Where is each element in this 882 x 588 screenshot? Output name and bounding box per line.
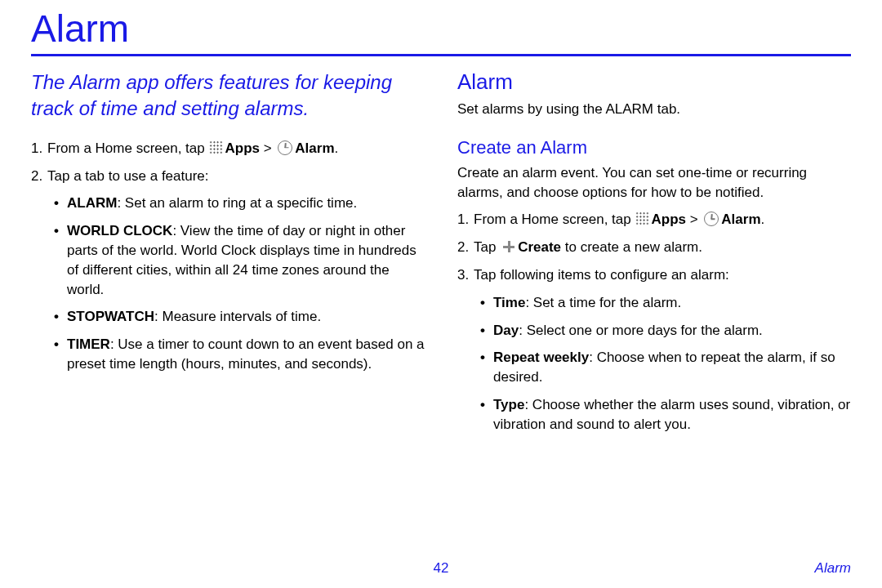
tab-timer-item: TIMER: Use a timer to count down to an e… [67,335,425,374]
create-label-bold: Create [518,239,561,255]
page-footer: 42 Alarm [0,560,882,577]
apps-icon [209,140,223,154]
plus-icon [502,240,515,253]
text: : Choose whether the alarm uses sound, v… [493,397,850,432]
intro-step-2: Tap a tab to use a feature: ALARM: Set a… [47,167,425,374]
intro-step-1: From a Home screen, tap Apps > Alarm. [47,139,425,158]
text: : Measure intervals of time. [154,309,321,324]
section-h3-create-alarm: Create an Alarm [457,137,851,158]
create-step-3: Tap following items to configure an alar… [474,265,851,434]
text: : Set a time for the alarm. [525,295,681,310]
text: Tap [474,239,500,255]
apps-icon [635,212,649,225]
config-day-item: Day: Select one or more days for the ala… [493,321,851,341]
page-number: 42 [0,560,882,577]
alarm-desc: Set alarms by using the ALARM tab. [457,100,851,119]
config-time-item: Time: Set a time for the alarm. [493,293,851,313]
label-bold: ALARM [67,195,117,211]
alarm-icon [704,212,719,226]
config-bullet-list: Time: Set a time for the alarm. Day: Sel… [474,293,851,434]
create-step-1: From a Home screen, tap Apps > Alarm. [474,210,851,229]
gt-sep: > [686,212,702,227]
intro-steps-list: From a Home screen, tap Apps > Alarm. Ta… [31,139,425,374]
text: Tap a tab to use a feature: [47,168,209,184]
tabs-bullet-list: ALARM: Set an alarm to ring at a specifi… [47,194,425,373]
tab-worldclock-item: WORLD CLOCK: View the time of day or nig… [67,221,425,299]
create-alarm-desc: Create an alarm event. You can set one-t… [457,163,851,203]
label-bold: Day [493,323,519,338]
config-type-item: Type: Choose whether the alarm uses soun… [493,395,851,434]
section-h2-alarm: Alarm [457,69,851,95]
text: : Set an alarm to ring at a specific tim… [117,195,357,211]
left-column: The Alarm app offers features for keepin… [31,69,425,443]
alarm-label-bold: Alarm [721,212,760,227]
text: From a Home screen, tap [474,212,635,227]
page-title: Alarm [31,7,851,56]
text: From a Home screen, tap [47,140,208,156]
label-bold: Repeat weekly [493,350,589,365]
apps-label-bold: Apps [225,140,260,156]
label-bold: Time [493,295,525,310]
config-repeat-item: Repeat weekly: Choose when to repeat the… [493,348,851,387]
text: to create a new alarm. [561,239,702,255]
text: : Use a timer to count down to an event … [67,336,425,372]
label-bold: Type [493,397,524,412]
label-bold: TIMER [67,336,110,352]
label-bold: STOPWATCH [67,309,154,324]
content-columns: The Alarm app offers features for keepin… [31,69,851,443]
gt-sep: > [260,140,275,156]
page-root: Alarm The Alarm app offers features for … [0,0,882,588]
create-steps-list: From a Home screen, tap Apps > Alarm. Ta… [457,210,851,434]
text: . [761,212,765,227]
apps-label-bold: Apps [651,212,686,227]
intro-text: The Alarm app offers features for keepin… [31,69,425,122]
text: . [335,140,339,156]
tab-stopwatch-item: STOPWATCH: Measure intervals of time. [67,307,425,327]
alarm-label-bold: Alarm [295,140,334,156]
create-step-2: Tap Create to create a new alarm. [474,238,851,257]
right-column: Alarm Set alarms by using the ALARM tab.… [457,69,851,443]
alarm-icon [278,140,292,155]
label-bold: WORLD CLOCK [67,223,172,238]
tab-alarm-item: ALARM: Set an alarm to ring at a specifi… [67,194,425,213]
text: : Select one or more days for the alarm. [519,323,763,338]
text: Tap following items to configure an alar… [474,267,729,283]
